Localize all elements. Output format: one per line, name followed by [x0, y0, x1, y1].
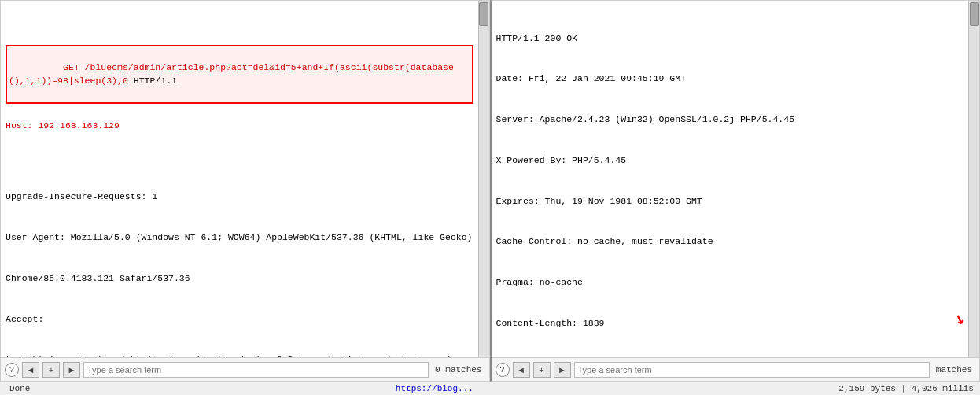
- right-scrollbar[interactable]: [968, 1, 979, 357]
- left-add-button[interactable]: +: [42, 362, 60, 378]
- useragent-line: User-Agent: Mozilla/5.0 (Windows NT 6.1;…: [6, 231, 473, 244]
- right-help-button[interactable]: ?: [496, 363, 510, 377]
- done-label: Done: [9, 384, 30, 393]
- right-prev-button[interactable]: ◄: [513, 362, 530, 378]
- request-http: HTTP/1.1: [128, 76, 177, 86]
- right-search-input[interactable]: [574, 362, 930, 378]
- left-scrollbar-thumb[interactable]: [479, 2, 488, 26]
- server-line: Server: Apache/2.4.23 (Win32) OpenSSL/1.…: [496, 113, 964, 126]
- url-label: https://blog...: [396, 384, 473, 393]
- request-text: GET /bluecms/admin/article.php?act=del&i…: [9, 62, 454, 86]
- right-next-button[interactable]: ►: [554, 362, 571, 378]
- right-add-button[interactable]: +: [533, 362, 551, 378]
- left-prev-button[interactable]: ◄: [22, 362, 39, 378]
- cache-line: Cache-Control: no-cache, must-revalidate: [496, 234, 964, 248]
- blank1: [6, 160, 473, 163]
- accept-line: Accept:: [6, 312, 473, 326]
- right-matches-label: matches: [933, 365, 975, 375]
- xpowered-line: X-Powered-By: PHP/5.4.45: [496, 153, 964, 167]
- right-scrollbar-thumb[interactable]: [970, 2, 979, 26]
- left-search-input[interactable]: [83, 362, 429, 378]
- left-matches-label: 0 matches: [432, 365, 484, 375]
- request-line: GET /bluecms/admin/article.php?act=del&i…: [6, 45, 473, 104]
- contentlength-line: Content-Length: 1839: [496, 316, 964, 330]
- upgrade-line: Upgrade-Insecure-Requests: 1: [6, 190, 473, 203]
- left-next-button[interactable]: ►: [63, 362, 80, 378]
- bytes-label: 2,159 bytes | 4,026 millis: [838, 384, 974, 393]
- chrome-line: Chrome/85.0.4183.121 Safari/537.36: [6, 271, 473, 285]
- left-panel-footer: ? ◄ + ► 0 matches: [1, 357, 489, 381]
- left-panel-content: GET /bluecms/admin/article.php?act=del&i…: [1, 1, 478, 357]
- right-panel-content: HTTP/1.1 200 OK Date: Fri, 22 Jan 2021 0…: [492, 1, 969, 357]
- date-line: Date: Fri, 22 Jan 2021 09:45:19 GMT: [496, 72, 964, 85]
- left-scrollbar[interactable]: [478, 1, 489, 357]
- status-line: HTTP/1.1 200 OK: [496, 31, 964, 45]
- expires-line: Expires: Thu, 19 Nov 1981 08:52:00 GMT: [496, 194, 964, 208]
- right-panel: HTTP/1.1 200 OK Date: Fri, 22 Jan 2021 0…: [490, 0, 981, 382]
- status-bar: Done https://blog... 2,159 bytes | 4,026…: [0, 382, 980, 395]
- right-panel-footer: ? ◄ + ► matches: [492, 357, 980, 381]
- host-line: Host: 192.168.163.129: [6, 119, 473, 132]
- left-panel: GET /bluecms/admin/article.php?act=del&i…: [0, 0, 490, 382]
- pragma-line: Pragma: no-cache: [496, 275, 964, 289]
- left-help-button[interactable]: ?: [5, 363, 19, 377]
